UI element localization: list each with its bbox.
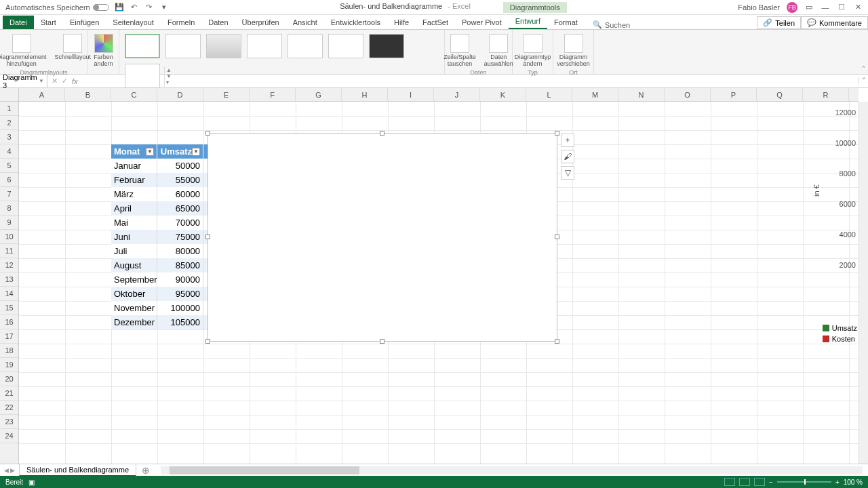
tab-einfuegen[interactable]: Einfügen xyxy=(63,16,106,29)
row-header[interactable]: 15 xyxy=(0,301,18,315)
col-header[interactable]: R xyxy=(803,88,849,101)
row-header[interactable]: 3 xyxy=(0,130,18,144)
add-chart-element-button[interactable]: Diagrammelement hinzufügen xyxy=(0,33,50,69)
zoom-slider[interactable] xyxy=(777,481,831,483)
chart-style-5[interactable] xyxy=(288,34,323,58)
row-headers[interactable]: 123456789101112131415161718192021222324 xyxy=(0,102,19,464)
move-chart-button[interactable]: Diagramm verschieben xyxy=(554,33,593,69)
comments-button[interactable]: 💬Kommentare xyxy=(801,16,868,29)
page-break-view-button[interactable] xyxy=(754,478,765,486)
row-header[interactable]: 16 xyxy=(0,315,18,329)
tab-entwurf[interactable]: Entwurf xyxy=(509,14,547,29)
tab-entwicklertools[interactable]: Entwicklertools xyxy=(324,16,387,29)
filter-dropdown-icon[interactable]: ▼ xyxy=(146,148,154,156)
page-layout-view-button[interactable] xyxy=(739,478,750,486)
change-colors-button[interactable]: Farben ändern xyxy=(91,33,116,69)
namebox-dropdown-icon[interactable]: ▼ xyxy=(39,78,44,84)
row-header[interactable]: 1 xyxy=(0,102,18,116)
resize-handle[interactable] xyxy=(555,235,559,239)
chart-style-3[interactable] xyxy=(206,34,241,58)
resize-handle[interactable] xyxy=(205,339,210,344)
close-icon[interactable]: ✕ xyxy=(853,3,863,12)
row-header[interactable]: 4 xyxy=(0,144,18,159)
chart-style-1[interactable] xyxy=(125,34,160,58)
chart-filter-button[interactable]: ▽ xyxy=(561,166,574,180)
row-header[interactable]: 11 xyxy=(0,244,18,258)
tab-ueberpruefen[interactable]: Überprüfen xyxy=(235,16,286,29)
macro-record-icon[interactable]: ▣ xyxy=(28,479,35,486)
tab-datei[interactable]: Datei xyxy=(3,16,34,29)
row-header[interactable]: 22 xyxy=(0,401,18,415)
chart-styles-button[interactable]: 🖌 xyxy=(561,150,574,163)
tab-format[interactable]: Format xyxy=(547,16,585,29)
col-header[interactable]: L xyxy=(526,88,572,101)
tab-start[interactable]: Start xyxy=(34,16,63,29)
normal-view-button[interactable] xyxy=(724,478,735,486)
chart-style-4[interactable] xyxy=(247,34,282,58)
col-header[interactable]: D xyxy=(157,88,203,101)
chart-elements-button[interactable]: + xyxy=(561,134,574,147)
tab-factset[interactable]: FactSet xyxy=(416,16,455,29)
col-header[interactable]: Q xyxy=(757,88,803,101)
col-header[interactable]: C xyxy=(111,88,157,101)
search-box[interactable]: 🔍Suchen xyxy=(585,20,638,29)
ribbon-mode-icon[interactable]: ▭ xyxy=(804,3,814,12)
row-header[interactable]: 19 xyxy=(0,358,18,372)
col-header-umsatz[interactable]: Umsatz▼ xyxy=(157,144,203,159)
minimize-icon[interactable]: — xyxy=(821,3,830,12)
zoom-out-icon[interactable]: − xyxy=(769,479,773,486)
redo-icon[interactable]: ↷ xyxy=(144,3,154,12)
vertical-scrollbar[interactable] xyxy=(859,102,868,464)
row-header[interactable]: 7 xyxy=(0,187,18,201)
col-header[interactable]: B xyxy=(65,88,111,101)
resize-handle[interactable] xyxy=(205,131,210,136)
column-headers[interactable]: ABCDEFGHIJKLMNOPQR xyxy=(19,88,859,102)
row-header[interactable]: 8 xyxy=(0,201,18,216)
col-header[interactable]: H xyxy=(342,88,388,101)
chart-style-7[interactable] xyxy=(369,34,404,58)
col-header[interactable]: G xyxy=(296,88,342,101)
chart-style-8[interactable] xyxy=(125,64,160,88)
resize-handle[interactable] xyxy=(555,339,559,344)
tab-daten[interactable]: Daten xyxy=(201,16,235,29)
tab-seitenlayout[interactable]: Seitenlayout xyxy=(106,16,161,29)
fx-icon[interactable]: fx xyxy=(72,77,81,85)
col-header[interactable]: A xyxy=(19,88,65,101)
row-header[interactable]: 5 xyxy=(0,159,18,173)
row-header[interactable]: 17 xyxy=(0,329,18,344)
tab-formeln[interactable]: Formeln xyxy=(161,16,201,29)
horizontal-scrollbar[interactable] xyxy=(161,466,863,474)
tab-ansicht[interactable]: Ansicht xyxy=(286,16,324,29)
maximize-icon[interactable]: ☐ xyxy=(837,3,846,12)
toggle-switch[interactable] xyxy=(93,4,109,11)
change-chart-type-button[interactable]: Diagrammtyp ändern xyxy=(512,33,554,69)
chart-style-2[interactable] xyxy=(165,34,201,58)
zoom-control[interactable]: − + 100 % xyxy=(769,479,863,486)
resize-handle[interactable] xyxy=(380,131,384,136)
col-header[interactable]: F xyxy=(250,88,296,101)
col-header[interactable]: N xyxy=(618,88,665,101)
col-header[interactable]: P xyxy=(711,88,757,101)
row-header[interactable]: 24 xyxy=(0,429,18,443)
style-gallery-scroll[interactable]: ▲▼▾ xyxy=(164,66,174,87)
sheet-nav[interactable]: ◀▶ xyxy=(0,467,19,474)
resize-handle[interactable] xyxy=(380,339,384,344)
col-header[interactable]: I xyxy=(388,88,434,101)
row-header[interactable]: 9 xyxy=(0,216,18,230)
switch-row-col-button[interactable]: Zeile/Spalte tauschen xyxy=(441,33,479,69)
row-header[interactable]: 10 xyxy=(0,230,18,244)
row-header[interactable]: 14 xyxy=(0,287,18,301)
tab-powerpivot[interactable]: Power Pivot xyxy=(455,16,509,29)
col-header[interactable]: J xyxy=(434,88,480,101)
qat-more-icon[interactable]: ▾ xyxy=(159,3,169,12)
spreadsheet-grid[interactable]: ABCDEFGHIJKLMNOPQR 123456789101112131415… xyxy=(0,88,868,464)
undo-icon[interactable]: ↶ xyxy=(130,3,139,12)
col-header-monat[interactable]: Monat▼ xyxy=(111,144,157,159)
share-button[interactable]: 🔗Teilen xyxy=(757,16,801,29)
save-icon[interactable]: 💾 xyxy=(115,3,124,12)
select-all-button[interactable] xyxy=(0,88,19,102)
zoom-in-icon[interactable]: + xyxy=(835,479,840,486)
collapse-ribbon-icon[interactable]: ˄ xyxy=(862,65,865,73)
filter-dropdown-icon[interactable]: ▼ xyxy=(192,148,200,156)
expand-formula-bar-icon[interactable]: ˅ xyxy=(859,77,868,85)
